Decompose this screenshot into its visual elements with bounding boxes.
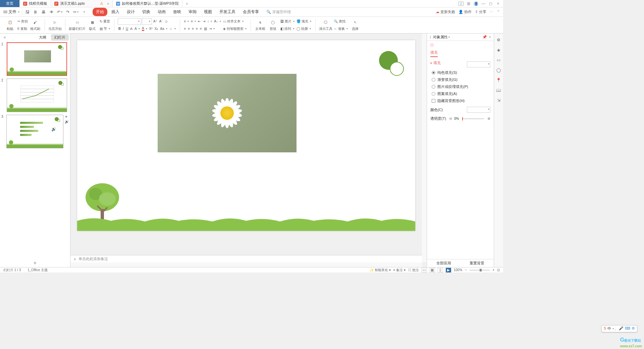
smartart-button[interactable]: ◈转智能图形▾ bbox=[222, 26, 247, 32]
maximize-icon[interactable]: ◻ bbox=[488, 1, 493, 6]
menutab-dev[interactable]: 开发工具 bbox=[216, 8, 239, 16]
char-spacing-icon[interactable]: ↔▾ bbox=[169, 26, 176, 32]
file-menu[interactable]: 文件 ▾ bbox=[3, 9, 19, 15]
distribute-icon[interactable]: ≡ bbox=[199, 26, 203, 32]
menutab-review[interactable]: 审阅 bbox=[185, 8, 200, 16]
increase-icon[interactable]: ⊕ bbox=[487, 116, 490, 121]
zoom-slider[interactable] bbox=[470, 270, 490, 270]
superscript-icon[interactable]: X² bbox=[149, 26, 153, 32]
minimize-icon[interactable]: — bbox=[481, 1, 486, 6]
slide-circles[interactable] bbox=[378, 50, 405, 77]
side-settings-icon[interactable]: ⚙ bbox=[496, 37, 502, 43]
close-icon[interactable]: × bbox=[489, 35, 491, 39]
increase-font-icon[interactable]: A⁺ bbox=[153, 18, 158, 25]
side-location-icon[interactable]: 📍 bbox=[496, 77, 502, 83]
props-tab-fill[interactable]: 填充 bbox=[430, 49, 438, 57]
columns-icon[interactable]: ▥ bbox=[203, 26, 208, 32]
slide-list[interactable]: 1 2 3 bbox=[0, 41, 70, 259]
align-text-button[interactable]: ▭对齐文本▾ bbox=[222, 18, 247, 25]
text-direction-icon[interactable]: A↓▾ bbox=[213, 18, 222, 25]
slide-canvas[interactable] bbox=[77, 40, 415, 231]
new-slide-button[interactable]: ▭ 新建幻灯片 bbox=[69, 18, 86, 33]
view-slideshow-icon[interactable]: ▶ bbox=[446, 268, 451, 272]
paste-button[interactable]: 📋 粘贴 bbox=[4, 18, 16, 33]
slide-thumb-3[interactable]: 3 🔊 ★ 🔊 bbox=[1, 115, 69, 148]
saveas-icon[interactable]: 🗎 bbox=[33, 9, 39, 15]
color-picker[interactable]: ▾ bbox=[467, 107, 490, 113]
preview-icon[interactable]: 👁 bbox=[49, 9, 55, 15]
badge-icon[interactable]: 2 bbox=[459, 2, 464, 6]
transparency-slider[interactable] bbox=[462, 118, 484, 119]
notes-toggle[interactable]: ≡ 备注 ▾ bbox=[393, 268, 406, 272]
font-name-combo[interactable]: ▾ bbox=[118, 18, 141, 25]
horizontal-scrollbar[interactable] bbox=[70, 262, 422, 267]
font-color-icon[interactable]: A▾ bbox=[141, 26, 148, 32]
slide-grass[interactable] bbox=[77, 214, 415, 231]
shape-button[interactable]: ◯形状 bbox=[267, 18, 279, 33]
change-case-icon[interactable]: Aa▾ bbox=[159, 26, 168, 32]
collapse-panel-icon[interactable]: « bbox=[1, 35, 8, 40]
align-justify-icon[interactable]: ≡ bbox=[195, 26, 199, 32]
numbering-icon[interactable]: ≡▾ bbox=[190, 18, 197, 25]
fit-window-icon[interactable]: ⊡ bbox=[497, 268, 500, 272]
strike-icon[interactable]: A̶ bbox=[129, 26, 133, 32]
side-export-icon[interactable]: ⇲ bbox=[496, 97, 502, 103]
collab-button[interactable]: 👤 协作 bbox=[459, 9, 472, 14]
close-icon[interactable]: × bbox=[496, 1, 500, 6]
collapse-icon[interactable]: ⟨ bbox=[430, 35, 431, 39]
bold-icon[interactable]: B bbox=[118, 26, 121, 32]
pin-icon[interactable]: 📌 bbox=[482, 35, 487, 39]
tab-template[interactable]: D 找稻壳模板 bbox=[20, 0, 51, 7]
zoom-out-icon[interactable]: − bbox=[465, 268, 467, 272]
section-button[interactable]: ▤节▾ bbox=[99, 26, 111, 32]
menutab-design[interactable]: 设计 bbox=[123, 8, 138, 16]
italic-icon[interactable]: I bbox=[122, 26, 124, 32]
print-icon[interactable]: 🖶 bbox=[41, 9, 47, 15]
zoom-in-icon[interactable]: + bbox=[492, 268, 494, 272]
qat-dropdown-icon[interactable]: ▾ bbox=[81, 9, 87, 15]
more-icon[interactable]: ⋯ bbox=[490, 10, 493, 14]
side-style-icon[interactable]: ◈ bbox=[496, 47, 502, 53]
line-spacing-icon[interactable]: ↕▾ bbox=[207, 18, 213, 25]
find-button[interactable]: 🔍查找 bbox=[333, 18, 348, 25]
decrease-icon[interactable]: ⊖ bbox=[449, 116, 452, 121]
arrange-button[interactable]: ◧排列▾ bbox=[280, 26, 295, 32]
align-center-icon[interactable]: ≡ bbox=[187, 26, 191, 32]
picture-button[interactable]: 🖼图片▾ bbox=[280, 18, 295, 25]
side-template-icon[interactable]: ▭ bbox=[496, 57, 502, 63]
menutab-slideshow[interactable]: 放映 bbox=[170, 8, 184, 16]
add-slide-button[interactable]: + bbox=[0, 259, 70, 267]
from-current-button[interactable]: ▷ 当页开始 bbox=[48, 18, 62, 33]
apps-icon[interactable]: ⊞ bbox=[466, 1, 471, 6]
reset-button[interactable]: ↻重置 bbox=[99, 18, 111, 25]
bullets-icon[interactable]: ≡▾ bbox=[183, 18, 190, 25]
user-icon[interactable]: 👤 bbox=[474, 1, 478, 6]
subscript-icon[interactable]: X₂ bbox=[154, 26, 159, 32]
menu-search[interactable]: 🔍 穿越型环绕 bbox=[266, 9, 291, 14]
tab-help[interactable]: W 如何修改图片默认...堂-源WPS学院 bbox=[113, 0, 182, 7]
close-icon[interactable]: × bbox=[107, 2, 109, 6]
radio-picture-fill[interactable]: 图片或纹理填充(P) bbox=[430, 84, 490, 89]
side-book-icon[interactable]: 📖 bbox=[496, 87, 502, 93]
menutab-animation[interactable]: 动画 bbox=[154, 8, 169, 16]
shape-options-icon[interactable]: ⬠ bbox=[430, 43, 434, 47]
menutab-insert[interactable]: 插入 bbox=[108, 8, 123, 16]
menutab-member[interactable]: 会员专享 bbox=[239, 8, 262, 16]
fill-preset-select[interactable]: ▾ bbox=[467, 61, 490, 67]
outline-button[interactable]: ◯轮廓▾ bbox=[296, 26, 312, 32]
radio-pattern-fill[interactable]: 图案填充(A) bbox=[430, 91, 490, 96]
tab-outline[interactable]: 大纲 bbox=[36, 34, 50, 41]
underline-icon[interactable]: U bbox=[125, 26, 129, 32]
apply-all-button[interactable]: 全部应用 bbox=[427, 259, 461, 267]
demo-tools-button[interactable]: 🖵演示工具 bbox=[319, 18, 332, 33]
update-status[interactable]: ☁ 更新失败 bbox=[436, 9, 455, 14]
tab-document[interactable]: P 演示文稿1.pptx ⚠ × bbox=[51, 0, 113, 7]
increase-indent-icon[interactable]: ⇥ bbox=[202, 18, 206, 25]
clear-format-icon[interactable]: ◇ bbox=[164, 18, 168, 25]
beautify-button[interactable]: ✨ 智能美化 ▾ bbox=[370, 268, 391, 272]
view-normal-icon[interactable]: ▭ bbox=[422, 268, 427, 272]
align-right-icon[interactable]: ≡ bbox=[191, 26, 195, 32]
slide-image[interactable] bbox=[158, 74, 297, 152]
menutab-view[interactable]: 视图 bbox=[201, 8, 215, 16]
zoom-label[interactable]: 100% bbox=[454, 268, 463, 272]
